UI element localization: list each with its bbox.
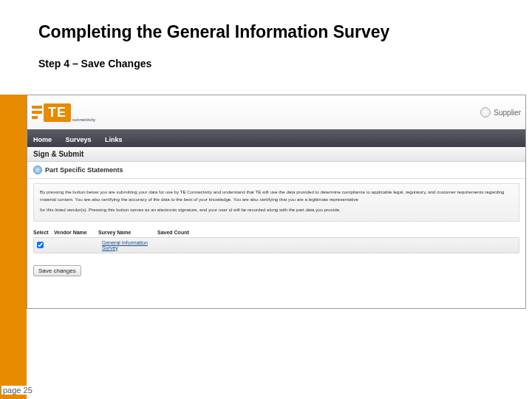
- page-number: page 25: [1, 386, 34, 395]
- app-screenshot: TE connectivity Supplier Home Surveys Li…: [27, 95, 526, 309]
- statements-line1: By pressing the button below you are sub…: [40, 188, 513, 203]
- row-select-checkbox[interactable]: [37, 242, 44, 248]
- nav-links[interactable]: Links: [105, 136, 123, 143]
- slide-left-accent-cutout: [0, 0, 27, 95]
- slide-left-accent: [0, 0, 27, 399]
- col-select: Select: [33, 230, 54, 235]
- statements-heading: Part Specific Statements: [45, 166, 123, 174]
- te-logo-bars-icon: [32, 106, 42, 119]
- role-label: Supplier: [494, 109, 521, 117]
- row-survey-link[interactable]: General Information Survey: [102, 240, 148, 250]
- slide-title: Completing the General Information Surve…: [38, 22, 389, 42]
- te-logo: TE connectivity: [32, 103, 95, 122]
- nav-home[interactable]: Home: [33, 136, 52, 143]
- table-header-row: Select Vendor Name Survey Name Saved Cou…: [33, 228, 519, 237]
- statements-line2: for this listed vendor(s). Pressing this…: [40, 206, 513, 214]
- statements-header[interactable]: Part Specific Statements: [27, 162, 525, 179]
- col-vendor: Vendor Name: [54, 230, 98, 235]
- te-logo-text: TE: [44, 103, 71, 122]
- row-select-cell: [37, 242, 58, 249]
- save-button-wrap: Save changes: [33, 262, 519, 276]
- col-survey: Survey Name: [98, 230, 157, 235]
- col-saved: Saved Count: [157, 230, 194, 235]
- save-changes-button[interactable]: Save changes: [33, 265, 81, 276]
- role-indicator: Supplier: [480, 107, 521, 117]
- survey-table: Select Vendor Name Survey Name Saved Cou…: [33, 228, 519, 253]
- table-row: General Information Survey: [33, 237, 519, 253]
- nav-surveys[interactable]: Surveys: [65, 136, 91, 143]
- user-icon: [480, 107, 491, 117]
- nav-bar: Home Surveys Links: [27, 129, 525, 147]
- statements-expand-icon: [33, 166, 42, 174]
- section-sign-submit: Sign & Submit: [27, 147, 525, 162]
- statements-body: By pressing the button below you are sub…: [33, 183, 519, 222]
- te-logo-subtext: connectivity: [72, 117, 95, 122]
- app-header: TE connectivity Supplier: [27, 95, 525, 129]
- slide-subtitle: Step 4 – Save Changes: [38, 58, 151, 69]
